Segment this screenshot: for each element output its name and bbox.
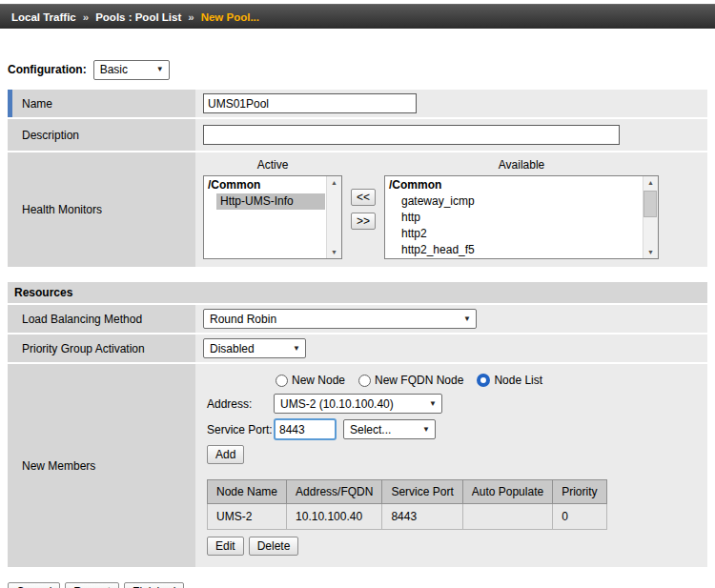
- active-monitors-partition-group: /Common: [204, 177, 325, 193]
- member-node-name: UMS-2: [208, 504, 287, 530]
- scroll-down-icon[interactable]: ▼: [331, 249, 337, 255]
- breadcrumb-local-traffic[interactable]: Local Traffic: [11, 11, 76, 23]
- service-port-select[interactable]: Select... ▼: [343, 419, 436, 439]
- priority-group-activation-label-cell: Priority Group Activation: [8, 335, 195, 362]
- address-field-row: Address: UMS-2 (10.10.100.40) ▼: [207, 394, 700, 414]
- load-balancing-method-value-cell: Round Robin ▼: [195, 305, 707, 333]
- address-selected-value: UMS-2 (10.10.100.40): [280, 397, 394, 411]
- members-table-header-priority: Priority: [553, 480, 606, 504]
- load-balancing-method-selected-value: Round Robin: [210, 313, 276, 326]
- form-footer: Cancel Repeat Finished: [8, 582, 715, 588]
- available-monitor-item[interactable]: http2: [385, 226, 642, 242]
- active-monitors-title: Active: [203, 158, 342, 172]
- configuration-label: Configuration:: [8, 63, 87, 76]
- service-port-select-value: Select...: [350, 423, 391, 436]
- new-members-row: New Members New Node New FQDN Node Node …: [8, 364, 707, 567]
- load-balancing-method-label-cell: Load Balancing Method: [8, 305, 195, 333]
- members-table-header-service-port: Service Port: [382, 480, 462, 504]
- move-to-available-button[interactable]: >>: [351, 213, 376, 230]
- repeat-button[interactable]: Repeat: [65, 582, 119, 588]
- address-label: Address:: [207, 397, 274, 411]
- service-port-input[interactable]: [274, 418, 337, 440]
- move-to-active-button[interactable]: <<: [351, 189, 376, 206]
- radio-new-fqdn-node-label[interactable]: New FQDN Node: [375, 374, 463, 387]
- chevron-down-icon: ▼: [463, 315, 471, 323]
- scrollbar-thumb[interactable]: [644, 191, 657, 217]
- resources-form: Load Balancing Method Round Robin ▼ Prio…: [8, 305, 707, 567]
- available-monitors-partition-group: /Common: [385, 177, 642, 193]
- configuration-selected-value: Basic: [100, 63, 128, 76]
- priority-group-activation-row: Priority Group Activation Disabled ▼: [8, 335, 707, 362]
- general-properties-form: Name Description Health Monitors Active …: [8, 90, 707, 267]
- description-label-cell: Description: [8, 119, 195, 151]
- scroll-down-icon[interactable]: ▼: [647, 249, 654, 255]
- available-monitors-title: Available: [384, 158, 659, 172]
- service-port-field-row: Service Port: Select... ▼: [207, 418, 700, 440]
- radio-new-node-label[interactable]: New Node: [292, 374, 345, 387]
- load-balancing-method-label: Load Balancing Method: [22, 313, 142, 326]
- description-row: Description: [8, 119, 707, 151]
- description-label: Description: [22, 129, 79, 142]
- chevron-down-icon: ▼: [429, 400, 437, 408]
- breadcrumb-separator: »: [188, 11, 194, 23]
- configuration-select[interactable]: Basic ▼: [93, 60, 170, 80]
- description-value-cell: [195, 119, 707, 151]
- available-monitor-item[interactable]: http: [385, 210, 642, 226]
- radio-new-node[interactable]: [276, 375, 288, 387]
- chevron-down-icon: ▼: [422, 426, 430, 434]
- health-monitors-row: Health Monitors Active /Common Http-UMS-…: [8, 152, 707, 267]
- load-balancing-method-row: Load Balancing Method Round Robin ▼: [8, 305, 707, 333]
- priority-group-activation-select[interactable]: Disabled ▼: [203, 338, 306, 358]
- health-monitors-label-cell: Health Monitors: [8, 152, 195, 267]
- finished-button[interactable]: Finished: [124, 582, 184, 588]
- node-type-radio-group: New Node New FQDN Node Node List: [276, 374, 700, 387]
- radio-node-list[interactable]: [477, 374, 490, 387]
- edit-member-button[interactable]: Edit: [207, 537, 244, 556]
- table-row[interactable]: UMS-2 10.10.100.40 8443 0: [208, 504, 607, 530]
- available-monitor-item[interactable]: gateway_icmp: [385, 193, 642, 210]
- radio-node-list-label[interactable]: Node List: [494, 374, 542, 387]
- new-members-label-cell: New Members: [8, 364, 195, 567]
- member-priority: 0: [553, 504, 606, 530]
- delete-member-button[interactable]: Delete: [249, 537, 299, 556]
- active-monitors-listbox[interactable]: /Common Http-UMS-Info ▲ ▼: [203, 175, 342, 259]
- resources-section-header: Resources: [8, 282, 707, 303]
- chevron-down-icon: ▼: [156, 66, 164, 73]
- health-monitors-label: Health Monitors: [22, 203, 102, 216]
- priority-group-activation-value-cell: Disabled ▼: [195, 335, 707, 362]
- members-table: Node Name Address/FQDN Service Port Auto…: [207, 479, 607, 530]
- breadcrumb-pool-list[interactable]: Pools : Pool List: [95, 11, 181, 23]
- breadcrumb: Local Traffic » Pools : Pool List » New …: [0, 4, 715, 29]
- new-members-label: New Members: [22, 459, 95, 473]
- description-input[interactable]: [203, 125, 620, 145]
- members-table-header-node-name: Node Name: [208, 480, 287, 504]
- configuration-row: Configuration: Basic ▼: [8, 59, 715, 80]
- scroll-up-icon[interactable]: ▲: [331, 179, 337, 186]
- members-table-header-row: Node Name Address/FQDN Service Port Auto…: [208, 480, 607, 504]
- radio-new-fqdn-node[interactable]: [358, 375, 371, 387]
- address-select[interactable]: UMS-2 (10.10.100.40) ▼: [274, 394, 442, 414]
- new-members-value-cell: New Node New FQDN Node Node List Address…: [195, 364, 707, 567]
- name-row: Name: [8, 90, 707, 117]
- name-label-cell: Name: [8, 90, 195, 117]
- available-monitors-listbox[interactable]: /Common gateway_icmp http http2 http2_he…: [384, 175, 659, 259]
- name-input[interactable]: [203, 93, 417, 113]
- member-address-fqdn: 10.10.100.40: [287, 504, 382, 530]
- name-label: Name: [22, 97, 52, 111]
- add-member-button[interactable]: Add: [207, 445, 244, 464]
- cancel-button[interactable]: Cancel: [8, 582, 60, 588]
- active-monitor-item-selected[interactable]: Http-UMS-Info: [216, 193, 325, 210]
- available-listbox-scrollbar[interactable]: ▲ ▼: [643, 176, 658, 258]
- member-auto-populate: [462, 504, 552, 530]
- priority-group-activation-selected-value: Disabled: [210, 342, 255, 355]
- load-balancing-method-select[interactable]: Round Robin ▼: [203, 309, 477, 329]
- scroll-up-icon[interactable]: ▲: [647, 179, 654, 186]
- member-service-port: 8443: [382, 504, 462, 530]
- health-monitors-value-cell: Active /Common Http-UMS-Info ▲ ▼ << >>: [195, 152, 707, 267]
- active-listbox-scrollbar[interactable]: ▲ ▼: [326, 176, 341, 258]
- name-value-cell: [195, 90, 707, 117]
- members-table-header-auto-populate: Auto Populate: [462, 480, 552, 504]
- breadcrumb-current-page: New Pool...: [201, 11, 259, 23]
- chevron-down-icon: ▼: [293, 345, 300, 353]
- available-monitor-item[interactable]: http2_head_f5: [385, 242, 642, 258]
